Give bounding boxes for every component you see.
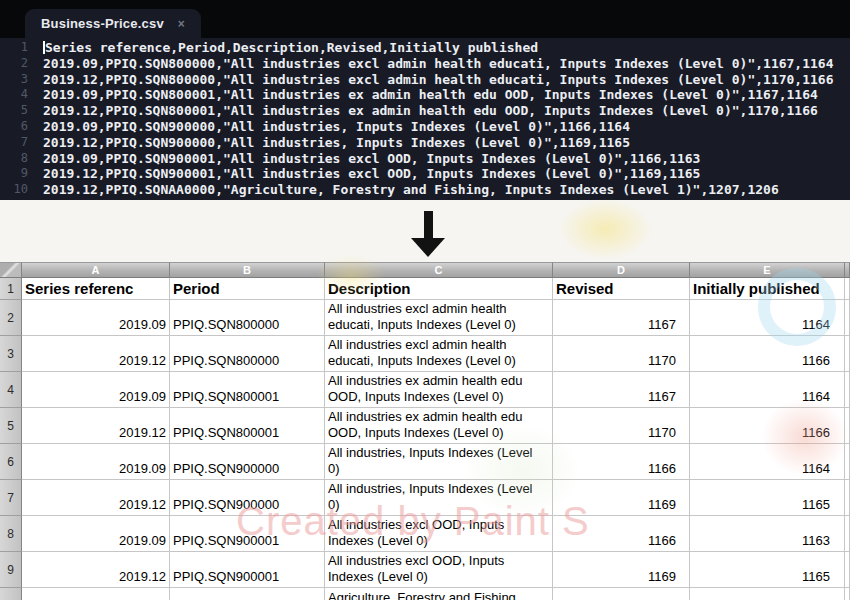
cell-b1[interactable]: Period [170,278,325,300]
cell-d1[interactable]: Revised [553,278,690,300]
line-text: 2019.12,PPIQ.SQN800001,"All industries e… [43,103,818,119]
cell-a2[interactable]: 2019.09 [22,300,170,336]
line-number: 9 [0,166,28,182]
code-area[interactable]: 1Series reference,Period,Description,Rev… [0,38,850,200]
cell-c1[interactable]: Description [325,278,553,300]
cell-b4[interactable]: PPIQ.SQN800001 [170,372,325,408]
cell-c6[interactable]: All industries, Inputs Indexes (Level 0) [325,444,553,480]
cell-a1[interactable]: Series referenc [22,278,170,300]
cell-c3[interactable]: All industries excl admin health educati… [325,336,553,372]
cell-a6[interactable]: 2019.09 [22,444,170,480]
cell-d9[interactable]: 1169 [553,552,690,588]
table-row-header: 1 Series referenc Period Description Rev… [0,278,850,300]
cell-f3[interactable] [845,336,850,372]
row-number[interactable]: 3 [0,336,22,372]
column-header-d[interactable]: D [553,262,690,278]
table-row: 6 2019.09 PPIQ.SQN900000 All industries,… [0,444,850,480]
column-header-b[interactable]: B [170,262,325,278]
cell-c7[interactable]: All industries, Inputs Indexes (Level 0) [325,480,553,516]
cell-c2[interactable]: All industries excl admin health educati… [325,300,553,336]
close-icon[interactable]: × [178,17,185,31]
cell-f4[interactable] [845,372,850,408]
line-number: 4 [0,87,28,103]
row-number[interactable] [0,588,22,600]
column-header-c[interactable]: C [325,262,553,278]
cell-f5[interactable] [845,408,850,444]
cell-f8[interactable] [845,516,850,552]
cell-e2[interactable]: 1164 [690,300,845,336]
line-text: 2019.09,PPIQ.SQN900000,"All industries, … [43,119,630,135]
cell-e9[interactable]: 1165 [690,552,845,588]
line-text: 2019.12,PPIQ.SQNAA0000,"Agriculture, For… [43,182,779,198]
column-header-a[interactable]: A [22,262,170,278]
row-number[interactable]: 2 [0,300,22,336]
cell-d4[interactable]: 1167 [553,372,690,408]
row-number[interactable]: 8 [0,516,22,552]
cell-b8[interactable]: PPIQ.SQN900001 [170,516,325,552]
row-number[interactable]: 1 [0,278,22,300]
table-row: 2 2019.09 PPIQ.SQN800000 All industries … [0,300,850,336]
line-number: 7 [0,135,28,151]
column-header-f[interactable] [845,262,850,278]
background-blob-yellow [558,198,653,260]
cell-e7[interactable]: 1165 [690,480,845,516]
cell-d6[interactable]: 1166 [553,444,690,480]
cell-d8[interactable]: 1166 [553,516,690,552]
cell-b3[interactable]: PPIQ.SQN800000 [170,336,325,372]
table-row-partial: Agriculture, Forestry and Fishing, [0,588,850,600]
cell-e4[interactable]: 1164 [690,372,845,408]
editor-tab-business-price[interactable]: Business-Price.csv × [25,9,201,38]
cell-d2[interactable]: 1167 [553,300,690,336]
cell-b9[interactable]: PPIQ.SQN900001 [170,552,325,588]
cell-c8[interactable]: All industries excl OOD, Inputs Indexes … [325,516,553,552]
cell-e1[interactable]: Initially published [690,278,845,300]
cell-a5[interactable]: 2019.12 [22,408,170,444]
cell-f1[interactable] [845,278,850,300]
row-number[interactable]: 9 [0,552,22,588]
cell-a9[interactable]: 2019.12 [22,552,170,588]
cell-e3[interactable]: 1166 [690,336,845,372]
line-text: 2019.12,PPIQ.SQN800000,"All industries e… [43,72,834,88]
cell-a3[interactable]: 2019.12 [22,336,170,372]
cell-c10[interactable]: Agriculture, Forestry and Fishing, [325,588,553,600]
cell-a8[interactable]: 2019.09 [22,516,170,552]
cell-f2[interactable] [845,300,850,336]
cell-c4[interactable]: All industries ex admin health edu OOD, … [325,372,553,408]
table-row: 7 2019.12 PPIQ.SQN900000 All industries,… [0,480,850,516]
cell-b7[interactable]: PPIQ.SQN900000 [170,480,325,516]
code-line: 82019.09,PPIQ.SQN900001,"All industries … [0,151,850,167]
cell-b6[interactable]: PPIQ.SQN900000 [170,444,325,480]
line-number: 2 [0,56,28,72]
cell-f10[interactable] [845,588,850,600]
table-row: 8 2019.09 PPIQ.SQN900001 All industries … [0,516,850,552]
cell-e5[interactable]: 1166 [690,408,845,444]
cell-a7[interactable]: 2019.12 [22,480,170,516]
cell-b5[interactable]: PPIQ.SQN800001 [170,408,325,444]
row-number[interactable]: 5 [0,408,22,444]
cell-a4[interactable]: 2019.09 [22,372,170,408]
cell-d7[interactable]: 1169 [553,480,690,516]
row-number[interactable]: 4 [0,372,22,408]
table-row: 9 2019.12 PPIQ.SQN900001 All industries … [0,552,850,588]
cell-f9[interactable] [845,552,850,588]
cell-f7[interactable] [845,480,850,516]
cell-c5[interactable]: All industries ex admin health edu OOD, … [325,408,553,444]
line-text: 2019.09,PPIQ.SQN800000,"All industries e… [43,56,834,72]
cell-e10[interactable] [690,588,845,600]
cell-d5[interactable]: 1170 [553,408,690,444]
cell-e8[interactable]: 1163 [690,516,845,552]
cell-b2[interactable]: PPIQ.SQN800000 [170,300,325,336]
table-row: 3 2019.12 PPIQ.SQN800000 All industries … [0,336,850,372]
select-all-corner[interactable] [0,262,22,278]
cell-d10[interactable] [553,588,690,600]
column-header-e[interactable]: E [690,262,845,278]
cell-c9[interactable]: All industries excl OOD, Inputs Indexes … [325,552,553,588]
row-number[interactable]: 6 [0,444,22,480]
cell-e6[interactable]: 1164 [690,444,845,480]
cell-a10[interactable] [22,588,170,600]
row-number[interactable]: 7 [0,480,22,516]
table-row: 5 2019.12 PPIQ.SQN800001 All industries … [0,408,850,444]
cell-b10[interactable] [170,588,325,600]
cell-f6[interactable] [845,444,850,480]
cell-d3[interactable]: 1170 [553,336,690,372]
